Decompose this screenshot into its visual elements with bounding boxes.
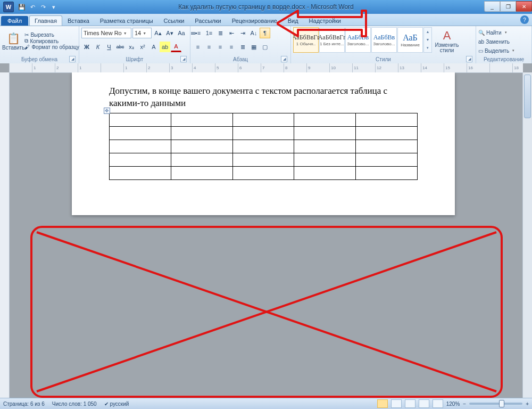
select-label: Выделить (485, 48, 509, 54)
document-workspace: 1211234567891011121314151618 Допустим, в… (0, 63, 532, 398)
subscript-button[interactable]: x₂ (126, 42, 137, 52)
app-icon[interactable]: W (3, 2, 14, 12)
status-language[interactable]: ✔ русский (104, 401, 129, 407)
cut-button[interactable]: ✂Вырезать (24, 32, 79, 38)
tab-mailings[interactable]: Рассылки (189, 15, 226, 26)
tab-insert[interactable]: Вставка (62, 15, 95, 26)
superscript-button[interactable]: x² (137, 42, 148, 52)
multilevel-list-button[interactable]: ≣ (215, 28, 226, 38)
change-styles-button[interactable]: A Изменить стили (432, 27, 462, 55)
document-text[interactable]: Допустим, в конце вашего документа с тек… (109, 85, 418, 110)
qat-redo-icon[interactable]: ↷ (38, 2, 48, 12)
change-case-button[interactable]: Aa (176, 28, 187, 38)
table-move-handle-icon[interactable]: ✥ (104, 108, 110, 114)
zoom-level[interactable]: 120% (446, 401, 460, 407)
highlight-button[interactable]: ab (160, 42, 170, 52)
qat-save-icon[interactable]: 💾 (17, 2, 27, 12)
view-web-layout-button[interactable] (405, 399, 415, 408)
style-title[interactable]: АаБНазвание (397, 27, 423, 53)
vertical-scrollbar[interactable] (522, 72, 532, 398)
styles-gallery[interactable]: АаБбВвГг1 Обычн.. АаБбВвГг1 Без инте... … (293, 27, 432, 53)
window-controls: _ ❐ ✕ (484, 2, 532, 12)
tab-page-layout[interactable]: Разметка страницы (95, 15, 159, 26)
replace-button[interactable]: abЗаменить (478, 37, 510, 46)
tab-addins[interactable]: Надстройки (304, 15, 346, 26)
change-styles-icon: A (440, 29, 454, 43)
tab-references[interactable]: Ссылки (159, 15, 190, 26)
window-minimize-button[interactable]: _ (484, 1, 500, 12)
view-outline-button[interactable] (419, 399, 429, 408)
view-draft-button[interactable] (433, 399, 443, 408)
format-painter-button[interactable]: 🖌Формат по образцу (24, 44, 79, 50)
line-spacing-button[interactable]: ≣ (237, 42, 248, 52)
font-color-button[interactable]: A (171, 42, 181, 52)
status-page[interactable]: Страница: 6 из 6 (3, 401, 45, 407)
vertical-ruler[interactable] (0, 72, 10, 398)
strikethrough-button[interactable]: abc (115, 42, 126, 52)
clipboard-dialog-launcher[interactable]: ◢ (69, 56, 76, 62)
numbering-button[interactable]: 1≡ (204, 28, 214, 38)
group-paragraph-label: Абзац (233, 56, 248, 62)
justify-button[interactable]: ≡ (226, 42, 237, 52)
copy-button[interactable]: ⧉Копировать (24, 38, 79, 44)
shrink-font-button[interactable]: A▾ (164, 28, 175, 38)
window-maximize-button[interactable]: ❐ (500, 1, 516, 12)
align-right-button[interactable]: ≡ (215, 42, 226, 52)
style-normal[interactable]: АаБбВвГг1 Обычн.. (293, 27, 319, 53)
style-name: Заголово... (347, 42, 369, 46)
styles-more-button[interactable]: ▲▼▾ (423, 27, 432, 53)
scrollbar-thumb[interactable] (524, 75, 531, 118)
font-dialog-launcher[interactable]: ◢ (180, 56, 187, 62)
zoom-in-button[interactable]: + (526, 401, 529, 407)
zoom-out-button[interactable]: − (463, 401, 466, 407)
font-name-combo[interactable]: Times New Ro▼ (81, 28, 131, 38)
style-heading1[interactable]: АаБбВвЗаголово... (345, 27, 371, 53)
italic-button[interactable]: К (93, 42, 103, 52)
view-print-layout-button[interactable] (377, 399, 388, 408)
tab-review[interactable]: Рецензирование (227, 15, 282, 26)
text-effects-button[interactable]: A (148, 42, 159, 52)
annotation-red-box (30, 226, 503, 398)
help-button[interactable]: ? (520, 15, 529, 24)
style-name: 1 Обычн.. (296, 42, 315, 46)
decrease-indent-button[interactable]: ⇤ (226, 28, 237, 38)
document-canvas[interactable]: Допустим, в конце вашего документа с тек… (9, 72, 523, 398)
window-close-button[interactable]: ✕ (516, 1, 532, 12)
replace-label: Заменить (486, 39, 510, 45)
tab-home[interactable]: Главная (29, 15, 62, 26)
font-size-value: 14 (135, 30, 141, 36)
font-size-combo[interactable]: 14▼ (132, 28, 152, 38)
style-no-spacing[interactable]: АаБбВвГг1 Без инте... (319, 27, 345, 53)
shading-button[interactable]: ▦ (248, 42, 259, 52)
document-table[interactable] (109, 113, 418, 180)
align-left-button[interactable]: ≡ (193, 42, 203, 52)
horizontal-ruler[interactable]: 1211234567891011121314151618 (9, 63, 523, 73)
sort-button[interactable]: A↓ (248, 28, 259, 38)
style-heading2[interactable]: АаБбВвЗаголово... (371, 27, 397, 53)
status-word-count[interactable]: Число слов: 1 050 (52, 401, 97, 407)
bullets-button[interactable]: •≡ (193, 28, 203, 38)
zoom-slider[interactable] (469, 403, 522, 405)
language-icon: ✔ (104, 401, 110, 407)
grow-font-button[interactable]: A▴ (153, 28, 163, 38)
file-tab[interactable]: Файл (1, 16, 28, 26)
document-page[interactable]: Допустим, в конце вашего документа с тек… (72, 72, 455, 215)
select-button[interactable]: ▭Выделить▾ (478, 46, 514, 55)
view-full-screen-button[interactable] (391, 399, 402, 408)
align-center-button[interactable]: ≡ (204, 42, 214, 52)
show-hide-pilcrow-button[interactable]: ¶ (260, 28, 270, 38)
tab-view[interactable]: Вид (282, 15, 304, 26)
underline-button[interactable]: Ч (104, 42, 114, 52)
bold-button[interactable]: Ж (81, 42, 92, 52)
paragraph-dialog-launcher[interactable]: ◢ (281, 56, 287, 62)
styles-dialog-launcher[interactable]: ◢ (466, 56, 472, 62)
increase-indent-button[interactable]: ⇥ (237, 28, 248, 38)
borders-button[interactable]: ▢ (260, 42, 270, 52)
paste-button[interactable]: 📋 Вставить (2, 27, 24, 55)
qat-customise-icon[interactable]: ▾ (49, 2, 59, 12)
zoom-slider-thumb[interactable] (499, 400, 504, 407)
find-button[interactable]: 🔍Найти▾ (478, 28, 507, 37)
group-font-label: Шрифт (126, 56, 144, 62)
qat-undo-icon[interactable]: ↶ (28, 2, 37, 12)
style-preview: АаБбВв (373, 34, 395, 42)
